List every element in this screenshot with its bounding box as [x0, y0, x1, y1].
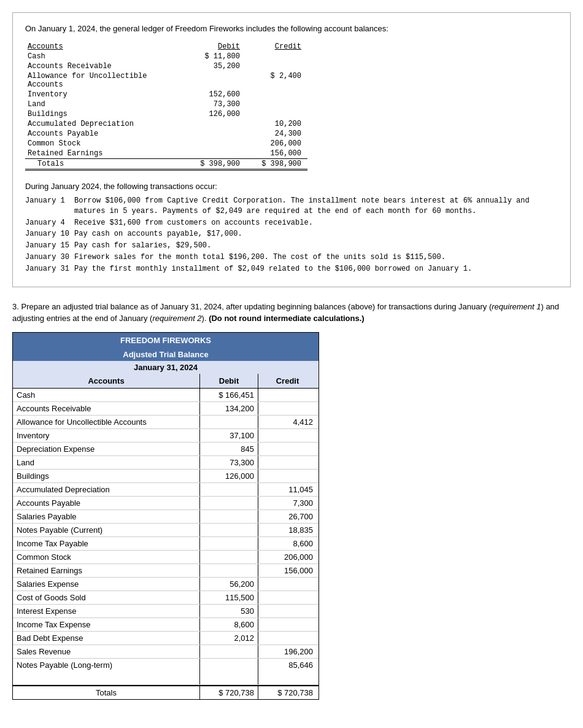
tb-totals-label: Totals — [13, 686, 200, 699]
tb-row-debit: 8,600 — [200, 618, 258, 631]
ledger-account: Buildings — [25, 109, 185, 119]
tb-row-credit: 4,412 — [258, 416, 317, 428]
transaction-item: January 15Pay cash for salaries, $29,500… — [25, 241, 558, 251]
table-row: Bad Debt Expense 2,012 — [13, 632, 319, 645]
tb-row-account: Sales Revenue — [13, 645, 200, 658]
tb-col-header-accounts: Accounts — [13, 374, 200, 388]
transaction-date: January 1 — [25, 196, 74, 217]
tb-subtitle: Adjusted Trial Balance — [13, 348, 319, 361]
tb-row-account: Inventory — [13, 429, 200, 442]
ledger-credit: $ 2,400 — [246, 71, 307, 90]
tb-row-debit: 134,200 — [200, 402, 258, 415]
transaction-date: January 30 — [25, 252, 74, 263]
trial-balance-container: FREEDOM FIREWORKS Adjusted Trial Balance… — [12, 332, 319, 700]
empty-row — [13, 672, 319, 685]
tb-col-header-credit: Credit — [258, 374, 317, 388]
transaction-date: January 4 — [25, 218, 74, 228]
ledger-row: Buildings 126,000 — [25, 109, 307, 119]
tb-row-debit: 56,200 — [200, 578, 258, 591]
tb-row-debit — [200, 416, 258, 428]
tb-totals-debit: $ 720,738 — [200, 686, 258, 699]
tb-row-credit: 156,000 — [258, 564, 317, 577]
tb-row-account: Common Stock — [13, 551, 200, 563]
table-row: Salaries Payable 26,700 — [13, 510, 319, 524]
tb-totals-credit: $ 720,738 — [258, 686, 317, 699]
table-row: Retained Earnings 156,000 — [13, 564, 319, 578]
table-row: Accounts Receivable 134,200 — [13, 402, 319, 416]
transaction-item: January 4Receive $31,600 from customers … — [25, 218, 558, 228]
ledger-account: Cash — [25, 52, 185, 61]
ledger-account: Inventory — [25, 90, 185, 99]
tb-row-credit: 8,600 — [258, 537, 317, 550]
table-row: Interest Expense 530 — [13, 605, 319, 618]
transaction-item: January 30Firework sales for the month t… — [25, 252, 558, 263]
ledger-row: Inventory 152,600 — [25, 90, 307, 99]
tb-row-account: Notes Payable (Current) — [13, 524, 200, 536]
ledger-row: Accumulated Depreciation 10,200 — [25, 119, 307, 129]
tb-row-credit: 7,300 — [258, 497, 317, 509]
tb-row-account: Accounts Payable — [13, 497, 200, 509]
ledger-col-credit: Credit — [246, 42, 307, 52]
transaction-item: January 10Pay cash on accounts payable, … — [25, 229, 558, 239]
transaction-text: Borrow $106,000 from Captive Credit Corp… — [74, 196, 558, 217]
ledger-account: Allowance for Uncollectible Accounts — [25, 71, 185, 90]
transaction-text: Pay the first monthly installment of $2,… — [74, 264, 558, 274]
tb-row-credit — [258, 470, 317, 482]
ledger-credit — [246, 109, 307, 119]
ledger-credit: 24,300 — [246, 129, 307, 139]
section-text: Prepare an adjusted trial balance as of … — [12, 302, 559, 323]
ledger-row: Accounts Receivable 35,200 — [25, 61, 307, 71]
ledger-debit — [185, 139, 246, 149]
ledger-row: Allowance for Uncollectible Accounts $ 2… — [25, 71, 307, 90]
tb-row-credit: 85,646 — [258, 659, 317, 672]
tb-row-debit: $ 166,451 — [200, 389, 258, 401]
tb-row-debit — [200, 497, 258, 509]
table-row: Depreciation Expense 845 — [13, 443, 319, 456]
tb-row-credit — [258, 456, 317, 469]
ledger-totals-credit: $ 398,900 — [246, 159, 307, 170]
ledger-totals-row: Totals $ 398,900 $ 398,900 — [25, 159, 307, 170]
tb-row-account: Interest Expense — [13, 605, 200, 618]
transaction-date: January 31 — [25, 264, 74, 274]
ledger-row: Accounts Payable 24,300 — [25, 129, 307, 139]
ledger-credit — [246, 90, 307, 99]
tb-title: FREEDOM FIREWORKS — [13, 333, 319, 348]
tb-row-account: Buildings — [13, 470, 200, 482]
table-row: Sales Revenue 196,200 — [13, 645, 319, 659]
table-row: Cost of Goods Sold 115,500 — [13, 591, 319, 605]
ledger-row: Common Stock 206,000 — [25, 139, 307, 149]
tb-row-credit — [258, 605, 317, 618]
tb-row-credit — [258, 618, 317, 631]
ledger-account: Accounts Payable — [25, 129, 185, 139]
ledger-row: Cash $ 11,800 — [25, 52, 307, 61]
tb-row-debit: 530 — [200, 605, 258, 618]
tb-col-headers: Accounts Debit Credit — [13, 374, 319, 389]
tb-row-debit — [200, 524, 258, 536]
tb-row-debit: 845 — [200, 443, 258, 455]
tb-row-credit — [258, 389, 317, 401]
tb-row-debit — [200, 537, 258, 550]
table-row: Buildings 126,000 — [13, 470, 319, 483]
tb-row-account: Accumulated Depreciation — [13, 483, 200, 496]
transaction-item: January 31Pay the first monthly installm… — [25, 264, 558, 274]
bottom-section: 3. Prepare an adjusted trial balance as … — [12, 301, 571, 700]
tb-row-account: Accounts Receivable — [13, 402, 200, 415]
transaction-date: January 10 — [25, 229, 74, 239]
tb-row-debit — [200, 564, 258, 577]
ledger-debit — [185, 71, 246, 90]
ledger-account: Accumulated Depreciation — [25, 119, 185, 129]
ledger-debit: 35,200 — [185, 61, 246, 71]
tb-row-debit: 37,100 — [200, 429, 258, 442]
transactions-section: January 1Borrow $106,000 from Captive Cr… — [25, 196, 558, 274]
section-number: 3. — [12, 302, 19, 311]
ledger-col-accounts: Accounts — [25, 42, 185, 52]
ledger-account: Common Stock — [25, 139, 185, 149]
tb-row-debit — [200, 510, 258, 523]
bold-instruction: (Do not round intermediate calculations.… — [209, 314, 365, 323]
ledger-debit — [185, 119, 246, 129]
transaction-text: Pay cash for salaries, $29,500. — [74, 241, 558, 251]
tb-row-account: Cash — [13, 389, 200, 401]
section-label: 3. Prepare an adjusted trial balance as … — [12, 301, 571, 325]
ledger-col-debit: Debit — [185, 42, 246, 52]
table-row: Notes Payable (Current) 18,835 — [13, 524, 319, 537]
